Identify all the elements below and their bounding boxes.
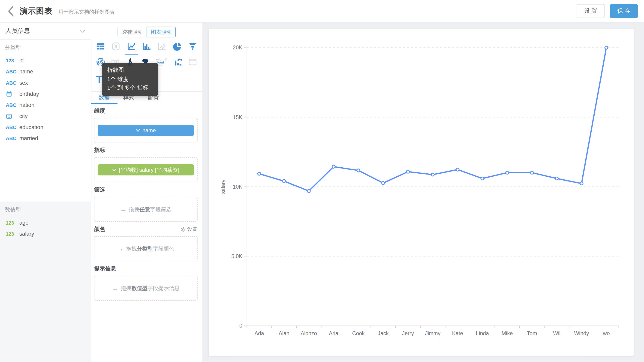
tooltip-title: 折线图 (107, 66, 153, 74)
calendar-icon (6, 90, 20, 97)
field-label: nation (20, 102, 34, 108)
number-type-icon: 123 (6, 58, 20, 64)
header: 演示图表 用于演示文档的样例图表 设 置 保 存 (0, 0, 644, 22)
dimension-drop-zone[interactable]: name (94, 118, 197, 143)
field-row-married[interactable]: ABCmarried (0, 133, 91, 144)
data-tab-content: 维度 name 指标 (91, 104, 202, 300)
funnel-chart-icon[interactable] (188, 42, 198, 52)
svg-text:Aria: Aria (329, 330, 338, 336)
field-row-id[interactable]: 123id (0, 55, 91, 66)
drag-arrow-icon: → (120, 206, 126, 212)
field-label: education (20, 124, 44, 130)
settings-button[interactable]: 设 置 (577, 4, 605, 18)
color-settings-action[interactable]: 设置 (181, 226, 198, 233)
svg-text:tag: tag (165, 58, 167, 60)
chevron-down-icon (80, 29, 86, 33)
mode-chart-driven[interactable]: 图表驱动 (146, 27, 176, 38)
field-section-title: 数值型 (5, 206, 91, 214)
color-drop-zone[interactable]: →拖拽分类型字段颜色 (94, 236, 197, 261)
field-row-city[interactable]: city (0, 110, 91, 122)
svg-text:20K: 20K (233, 44, 242, 50)
field-row-sex[interactable]: ABCsex (0, 77, 91, 88)
filter-drop-hint: →拖拽任意字段筛选 (120, 206, 171, 213)
field-row-birthday[interactable]: birthday (0, 88, 91, 100)
numeric-fields-section: 数值型123age123salary (0, 202, 91, 362)
field-row-salary[interactable]: 123salary (0, 228, 91, 240)
svg-text:Windy: Windy (574, 330, 589, 336)
dimension-chip-name[interactable]: name (98, 125, 194, 136)
tooltip-line: 1个 到 多个 指标 (107, 83, 153, 92)
chevron-down-icon (112, 168, 116, 172)
pie-chart-icon[interactable] (172, 42, 182, 52)
text-type-icon: ABC (6, 135, 20, 141)
dataset-sidebar: 人员信息 分类型123idABCnameABCsexbirthdayABCnat… (0, 22, 91, 362)
field-label: city (20, 113, 28, 119)
svg-text:Alan: Alan (278, 330, 289, 336)
chart-card: 05.0K10K15K20KAdaAlanAlonzoAriaCookJackJ… (209, 29, 634, 356)
svg-text:10K: 10K (233, 184, 242, 190)
text-type-icon: ABC (6, 80, 20, 86)
metric-drop-zone[interactable]: [平均数] salary [平均薪资] (94, 157, 197, 182)
text-type-icon: ABC (6, 124, 20, 130)
metric-section-title: 指标 (94, 146, 105, 154)
mode-pivot-driven[interactable]: 透视驱动 (118, 27, 146, 38)
waterfall-chart-icon[interactable] (173, 57, 183, 67)
filter-section-title: 筛选 (94, 186, 105, 194)
category-fields-section: 分类型123idABCnameABCsexbirthdayABCnationci… (0, 40, 91, 202)
color-section-title: 颜色 (94, 226, 105, 233)
save-button[interactable]: 保 存 (610, 4, 638, 18)
field-label: salary (20, 231, 34, 237)
svg-text:5.0K: 5.0K (231, 253, 242, 259)
tooltip-line: 1个 维度 (107, 74, 153, 83)
field-label: birthday (20, 91, 39, 97)
drag-arrow-icon: → (112, 285, 118, 291)
metric-chip-salary[interactable]: [平均数] salary [平均薪资] (98, 164, 194, 176)
chart-editor-app: 演示图表 用于演示文档的样例图表 设 置 保 存 人员信息 分类型123idAB… (0, 0, 644, 362)
svg-text:Alonzo: Alonzo (301, 330, 317, 336)
svg-text:Mike: Mike (502, 330, 513, 336)
mode-toggle: 透视驱动 图表驱动 (118, 27, 176, 38)
line-chart-icon[interactable] (126, 42, 136, 52)
text-chart-icon[interactable]: T (96, 74, 102, 86)
chart-canvas-area: 05.0K10K15K20KAdaAlanAlonzoAriaCookJackJ… (202, 22, 644, 362)
page-title: 演示图表 (20, 6, 52, 16)
scatter-chart-icon[interactable] (157, 42, 167, 52)
field-row-name[interactable]: ABCname (0, 66, 91, 77)
tooltip-drop-zone[interactable]: →拖拽数值型字段提示信息 (94, 276, 197, 301)
dataset-name: 人员信息 (5, 27, 80, 35)
chart-type-tooltip: 折线图 1个 维度 1个 到 多个 指标 (102, 63, 158, 96)
back-button[interactable] (6, 5, 17, 17)
field-label: sex (20, 80, 28, 86)
text-type-icon: ABC (6, 69, 20, 74)
line-chart[interactable]: 05.0K10K15K20KAdaAlanAlonzoAriaCookJackJ… (209, 29, 634, 356)
svg-text:0: 0 (239, 323, 242, 329)
gear-icon (181, 226, 186, 232)
field-row-age[interactable]: 123age (0, 217, 91, 228)
svg-text:Kate: Kate (452, 330, 463, 336)
field-label: name (20, 68, 33, 75)
tooltip-drop-hint: →拖拽数值型字段提示信息 (112, 284, 180, 292)
dataset-selector[interactable]: 人员信息 (0, 22, 91, 40)
text-type-icon: ABC (6, 102, 20, 108)
svg-text:Cook: Cook (352, 330, 365, 336)
number-type-icon: 123 (6, 231, 20, 237)
svg-text:word: word (155, 58, 161, 61)
filter-drop-zone[interactable]: →拖拽任意字段筛选 (94, 197, 197, 222)
svg-text:salary: salary (220, 180, 226, 194)
chevron-left-icon (6, 5, 17, 17)
chart-config-panel: 透视驱动 图表驱动 8 wordtagcloudagile Bi T 数据样式配… (91, 22, 202, 362)
field-label: id (20, 58, 24, 64)
svg-text:Ada: Ada (254, 330, 264, 336)
browser-chart-icon[interactable] (188, 57, 198, 67)
gauge-chart-icon[interactable]: 8 (111, 42, 121, 52)
field-row-nation[interactable]: ABCnation (0, 100, 91, 110)
svg-text:Jimmy: Jimmy (425, 330, 441, 336)
field-row-education[interactable]: ABCeducation (0, 122, 91, 133)
svg-text:8: 8 (115, 44, 117, 49)
bar-chart-icon[interactable] (142, 42, 152, 52)
chevron-down-icon (136, 129, 140, 132)
tooltip-section-title: 提示信息 (94, 265, 116, 272)
page-subtitle: 用于演示文档的样例图表 (58, 8, 115, 16)
table-chart-icon[interactable] (96, 42, 106, 52)
dimension-section-title: 维度 (94, 107, 105, 114)
